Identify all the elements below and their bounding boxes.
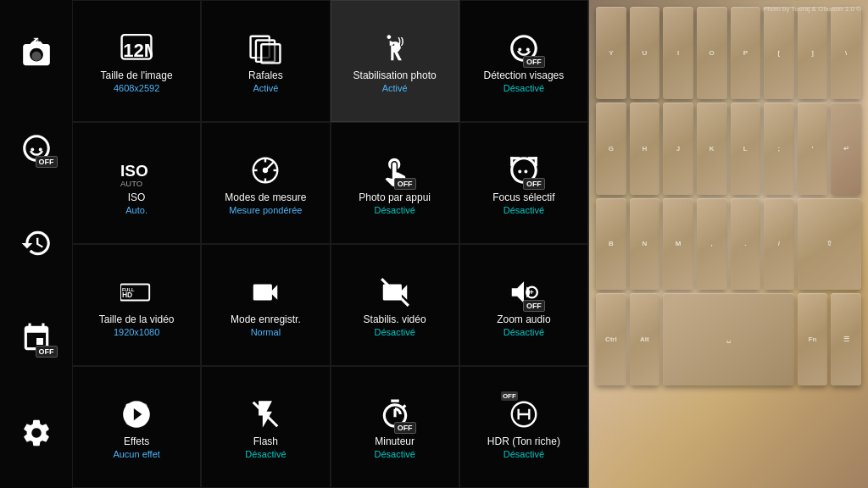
camera-switch-icon	[17, 34, 56, 73]
svg-rect-15	[510, 157, 513, 166]
svg-text:HD: HD	[122, 290, 132, 298]
svg-point-24	[125, 403, 131, 408]
key-period: .	[731, 198, 761, 291]
image-size-title: Taille de l'image	[101, 69, 173, 81]
key-o: O	[697, 7, 727, 99]
hdr-icon: OFF	[504, 395, 543, 434]
selective-focus-value: Désactivé	[504, 205, 544, 215]
tap-photo-icon: OFF	[376, 151, 415, 190]
grid-cell-video-size[interactable]: FULLHD Taille de la vidéo 1920x1080	[72, 244, 201, 366]
svg-text:12M: 12M	[123, 39, 153, 60]
key-m: M	[663, 198, 693, 291]
grid-cell-timer[interactable]: OFF Minuteur Désactivé	[331, 366, 459, 488]
sidebar-item-camera-switch[interactable]	[7, 25, 66, 84]
sidebar-item-face-detection[interactable]: OFF	[7, 119, 66, 179]
grid-cell-audio-zoom[interactable]: + OFF Zoom audio Désactivé	[459, 244, 588, 366]
flash-title: Flash	[253, 435, 278, 447]
svg-rect-17	[535, 157, 537, 166]
grid-cell-video-stabilization[interactable]: Stabilis. vidéo Désactivé	[331, 244, 459, 366]
grid-cell-face-detection[interactable]: OFF Détection visages Désactivé	[459, 0, 588, 122]
hdr-value: Désactivé	[504, 449, 544, 459]
metering-title: Modes de mesure	[225, 191, 306, 203]
timer-icon: OFF	[376, 395, 415, 434]
timer-value: Désactivé	[374, 449, 415, 459]
iso-title: ISO	[128, 191, 146, 203]
grid-cell-stabilization-photo[interactable]: )) Stabilisation photo Activé	[331, 0, 459, 122]
metering-icon	[246, 151, 285, 190]
video-stabilization-value: Désactivé	[374, 327, 415, 337]
flash-icon	[246, 395, 285, 434]
key-j: J	[663, 103, 693, 195]
key-i: I	[663, 7, 693, 99]
burst-icon	[246, 29, 285, 68]
sidebar-item-settings[interactable]	[7, 404, 66, 463]
key-comma: ,	[697, 198, 727, 291]
grid-cell-metering[interactable]: Modes de mesure Mesure pondérée	[201, 122, 330, 244]
key-u: U	[630, 7, 660, 99]
metering-value: Mesure pondérée	[229, 205, 302, 215]
face-detection-title: Détection visages	[484, 69, 565, 81]
key-shift-r: ⇧	[798, 198, 861, 291]
grid-cell-iso[interactable]: ISOAUTO ISO Auto.	[72, 122, 201, 244]
svg-text:+: +	[529, 287, 534, 297]
selective-focus-title: Focus sélectif	[492, 191, 554, 203]
effects-value: Aucun effet	[113, 449, 159, 459]
grid-cell-recording-mode[interactable]: Mode enregistr. Normal	[201, 244, 330, 366]
key-b: B	[596, 198, 626, 291]
camera-preview: Y U I O P [ ] \ G H J K L ; ' ↵ B N M , …	[589, 0, 868, 488]
key-menu: ☰	[831, 293, 861, 385]
svg-text:AUTO: AUTO	[120, 179, 142, 186]
key-alt-r: Alt	[630, 293, 660, 385]
svg-point-25	[142, 403, 147, 408]
key-quote: '	[798, 103, 828, 195]
sidebar-item-stabilization[interactable]	[7, 214, 66, 274]
grid-cell-selective-focus[interactable]: OFF Focus sélectif Désactivé	[459, 122, 588, 244]
key-backslash: \	[831, 7, 861, 99]
key-l: L	[731, 103, 761, 195]
stabilization-photo-title: Stabilisation photo	[353, 69, 437, 81]
photo-credit: Photo by Tooraj & Olasson 1.0 ©	[763, 5, 861, 13]
key-space: ␣	[663, 293, 794, 385]
video-size-value: 1920x1080	[114, 327, 159, 337]
sidebar-item-effects-toggle[interactable]: OFF	[7, 309, 66, 369]
grid-cell-burst[interactable]: Rafales Activé	[201, 0, 330, 122]
audio-zoom-icon: + OFF	[504, 273, 543, 312]
recording-mode-title: Mode enregistr.	[231, 313, 301, 325]
video-stabilization-icon	[376, 273, 415, 312]
grid-cell-flash[interactable]: Flash Désactivé	[201, 366, 330, 488]
face-detection-sidebar-icon: OFF	[17, 129, 56, 168]
image-size-value: 4608x2592	[114, 83, 159, 93]
effects-icon	[117, 395, 156, 434]
face-detection-value: Désactivé	[504, 83, 544, 93]
key-fn: Fn	[798, 293, 828, 385]
key-n: N	[630, 198, 660, 291]
video-size-icon: FULLHD	[117, 273, 156, 312]
key-bracket-l: [	[764, 7, 794, 99]
flash-value: Désactivé	[245, 449, 286, 459]
iso-value: Auto.	[125, 205, 147, 215]
audio-zoom-title: Zoom audio	[497, 313, 550, 325]
audio-zoom-value: Désactivé	[504, 327, 544, 337]
svg-point-26	[125, 419, 131, 424]
svg-text:ISO: ISO	[120, 162, 148, 180]
stabilization-photo-icon: ))	[376, 29, 415, 68]
keyboard-overlay: Y U I O P [ ] \ G H J K L ; ' ↵ B N M , …	[589, 0, 868, 488]
key-semi: ;	[764, 103, 794, 195]
effects-title: Effets	[124, 435, 149, 447]
video-size-title: Taille de la vidéo	[99, 313, 175, 325]
image-size-icon: 12M	[117, 29, 156, 68]
face-detection-grid-icon: OFF	[504, 29, 543, 68]
grid-cell-effects[interactable]: Effets Aucun effet	[72, 366, 201, 488]
hdr-title: HDR (Ton riche)	[487, 435, 560, 447]
key-h: H	[630, 103, 660, 195]
selective-focus-icon: OFF	[504, 151, 543, 190]
key-g: G	[596, 103, 626, 195]
grid-cell-image-size[interactable]: 12M Taille de l'image 4608x2592	[72, 0, 201, 122]
grid-cell-hdr[interactable]: OFF HDR (Ton riche) Désactivé	[459, 366, 588, 488]
stabilization-photo-value: Activé	[382, 83, 408, 93]
grid-cell-tap-photo[interactable]: OFF Photo par appui Désactivé	[331, 122, 459, 244]
left-sidebar: OFF OFF	[0, 0, 72, 488]
effects-toggle-icon: OFF	[17, 319, 56, 358]
key-enter: ↵	[831, 103, 861, 195]
key-ctrl-r: Ctrl	[596, 293, 626, 385]
